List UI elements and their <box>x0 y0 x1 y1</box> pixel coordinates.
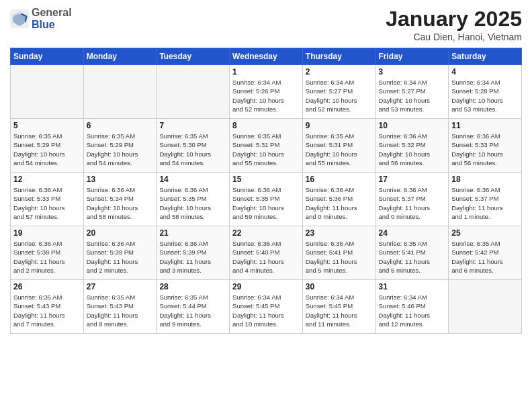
cell-info: Sunrise: 6:35 AM Sunset: 5:43 PM Dayligh… <box>13 293 81 328</box>
day-number: 16 <box>306 175 373 184</box>
calendar-header-sunday: Sunday <box>11 48 84 65</box>
day-number: 28 <box>159 282 226 291</box>
calendar-cell: 22Sunrise: 6:36 AM Sunset: 5:40 PM Dayli… <box>230 226 303 280</box>
subtitle: Cau Dien, Hanoi, Vietnam <box>386 32 522 42</box>
cell-info: Sunrise: 6:36 AM Sunset: 5:37 PM Dayligh… <box>451 185 519 221</box>
day-number: 3 <box>379 67 446 77</box>
calendar: SundayMondayTuesdayWednesdayThursdayFrid… <box>10 48 522 334</box>
calendar-cell: 21Sunrise: 6:36 AM Sunset: 5:39 PM Dayli… <box>157 226 230 280</box>
day-number: 31 <box>379 282 446 291</box>
day-number: 13 <box>87 175 154 184</box>
day-number: 10 <box>379 121 446 130</box>
calendar-week-3: 12Sunrise: 6:36 AM Sunset: 5:33 PM Dayli… <box>11 173 522 226</box>
logo-icon <box>10 9 29 28</box>
cell-info: Sunrise: 6:35 AM Sunset: 5:29 PM Dayligh… <box>13 132 81 167</box>
cell-info: Sunrise: 6:36 AM Sunset: 5:41 PM Dayligh… <box>306 239 373 275</box>
day-number: 6 <box>87 121 154 130</box>
logo-text: General Blue <box>32 7 72 30</box>
day-number: 9 <box>306 121 373 130</box>
calendar-cell <box>83 65 157 119</box>
cell-info: Sunrise: 6:35 AM Sunset: 5:43 PM Dayligh… <box>87 293 154 328</box>
cell-info: Sunrise: 6:35 AM Sunset: 5:31 PM Dayligh… <box>232 132 300 167</box>
cell-info: Sunrise: 6:36 AM Sunset: 5:33 PM Dayligh… <box>451 132 519 167</box>
day-number: 19 <box>13 228 81 238</box>
calendar-cell: 5Sunrise: 6:35 AM Sunset: 5:29 PM Daylig… <box>11 119 84 173</box>
calendar-cell: 2Sunrise: 6:34 AM Sunset: 5:27 PM Daylig… <box>302 65 375 119</box>
calendar-header-wednesday: Wednesday <box>230 48 303 65</box>
calendar-cell: 16Sunrise: 6:36 AM Sunset: 5:36 PM Dayli… <box>302 173 375 226</box>
day-number: 29 <box>232 282 300 291</box>
cell-info: Sunrise: 6:34 AM Sunset: 5:45 PM Dayligh… <box>232 293 300 328</box>
calendar-cell: 9Sunrise: 6:35 AM Sunset: 5:31 PM Daylig… <box>302 119 375 173</box>
calendar-cell: 20Sunrise: 6:36 AM Sunset: 5:39 PM Dayli… <box>83 226 157 280</box>
calendar-cell: 18Sunrise: 6:36 AM Sunset: 5:37 PM Dayli… <box>449 173 522 226</box>
calendar-week-4: 19Sunrise: 6:36 AM Sunset: 5:38 PM Dayli… <box>11 226 522 280</box>
calendar-cell: 19Sunrise: 6:36 AM Sunset: 5:38 PM Dayli… <box>11 226 84 280</box>
cell-info: Sunrise: 6:35 AM Sunset: 5:30 PM Dayligh… <box>159 132 226 167</box>
cell-info: Sunrise: 6:34 AM Sunset: 5:46 PM Dayligh… <box>379 293 446 328</box>
calendar-cell <box>449 280 522 334</box>
calendar-cell: 7Sunrise: 6:35 AM Sunset: 5:30 PM Daylig… <box>157 119 230 173</box>
cell-info: Sunrise: 6:36 AM Sunset: 5:36 PM Dayligh… <box>306 185 373 221</box>
day-number: 15 <box>232 175 300 184</box>
day-number: 25 <box>451 228 519 238</box>
day-number: 21 <box>159 228 226 238</box>
day-number: 22 <box>232 228 300 238</box>
logo: General Blue <box>10 7 72 30</box>
cell-info: Sunrise: 6:36 AM Sunset: 5:35 PM Dayligh… <box>232 185 300 221</box>
cell-info: Sunrise: 6:36 AM Sunset: 5:37 PM Dayligh… <box>379 185 446 221</box>
header: General Blue January 2025 Cau Dien, Hano… <box>10 7 522 42</box>
day-number: 17 <box>379 175 446 184</box>
calendar-cell: 8Sunrise: 6:35 AM Sunset: 5:31 PM Daylig… <box>230 119 303 173</box>
calendar-cell: 13Sunrise: 6:36 AM Sunset: 5:34 PM Dayli… <box>83 173 157 226</box>
title-block: January 2025 Cau Dien, Hanoi, Vietnam <box>386 7 522 42</box>
calendar-cell: 4Sunrise: 6:34 AM Sunset: 5:28 PM Daylig… <box>449 65 522 119</box>
day-number: 30 <box>306 282 373 291</box>
day-number: 27 <box>87 282 154 291</box>
calendar-cell: 14Sunrise: 6:36 AM Sunset: 5:35 PM Dayli… <box>157 173 230 226</box>
day-number: 12 <box>13 175 81 184</box>
day-number: 24 <box>379 228 446 238</box>
logo-blue: Blue <box>32 19 55 30</box>
calendar-cell: 25Sunrise: 6:35 AM Sunset: 5:42 PM Dayli… <box>449 226 522 280</box>
day-number: 2 <box>306 67 373 77</box>
calendar-cell: 30Sunrise: 6:34 AM Sunset: 5:45 PM Dayli… <box>302 280 375 334</box>
calendar-cell: 28Sunrise: 6:35 AM Sunset: 5:44 PM Dayli… <box>157 280 230 334</box>
calendar-cell: 1Sunrise: 6:34 AM Sunset: 5:26 PM Daylig… <box>230 65 303 119</box>
calendar-header-saturday: Saturday <box>449 48 522 65</box>
cell-info: Sunrise: 6:34 AM Sunset: 5:26 PM Dayligh… <box>232 78 300 113</box>
day-number: 26 <box>13 282 81 291</box>
calendar-cell: 27Sunrise: 6:35 AM Sunset: 5:43 PM Dayli… <box>83 280 157 334</box>
day-number: 23 <box>306 228 373 238</box>
cell-info: Sunrise: 6:34 AM Sunset: 5:27 PM Dayligh… <box>379 78 446 113</box>
calendar-cell: 3Sunrise: 6:34 AM Sunset: 5:27 PM Daylig… <box>375 65 449 119</box>
cell-info: Sunrise: 6:34 AM Sunset: 5:28 PM Dayligh… <box>451 78 519 113</box>
cell-info: Sunrise: 6:34 AM Sunset: 5:45 PM Dayligh… <box>306 293 373 328</box>
calendar-cell: 15Sunrise: 6:36 AM Sunset: 5:35 PM Dayli… <box>230 173 303 226</box>
day-number: 11 <box>451 121 519 130</box>
calendar-week-2: 5Sunrise: 6:35 AM Sunset: 5:29 PM Daylig… <box>11 119 522 173</box>
day-number: 20 <box>87 228 154 238</box>
calendar-cell <box>157 65 230 119</box>
calendar-cell: 31Sunrise: 6:34 AM Sunset: 5:46 PM Dayli… <box>375 280 449 334</box>
cell-info: Sunrise: 6:36 AM Sunset: 5:33 PM Dayligh… <box>13 185 81 221</box>
calendar-week-1: 1Sunrise: 6:34 AM Sunset: 5:26 PM Daylig… <box>11 65 522 119</box>
calendar-cell: 26Sunrise: 6:35 AM Sunset: 5:43 PM Dayli… <box>11 280 84 334</box>
cell-info: Sunrise: 6:35 AM Sunset: 5:44 PM Dayligh… <box>159 293 226 328</box>
calendar-header-friday: Friday <box>375 48 449 65</box>
cell-info: Sunrise: 6:35 AM Sunset: 5:41 PM Dayligh… <box>379 239 446 275</box>
cell-info: Sunrise: 6:36 AM Sunset: 5:39 PM Dayligh… <box>159 239 226 275</box>
page: General Blue January 2025 Cau Dien, Hano… <box>0 0 532 411</box>
cell-info: Sunrise: 6:34 AM Sunset: 5:27 PM Dayligh… <box>306 78 373 113</box>
cell-info: Sunrise: 6:35 AM Sunset: 5:29 PM Dayligh… <box>87 132 154 167</box>
day-number: 14 <box>159 175 226 184</box>
cell-info: Sunrise: 6:36 AM Sunset: 5:35 PM Dayligh… <box>159 185 226 221</box>
calendar-cell <box>11 65 84 119</box>
calendar-week-5: 26Sunrise: 6:35 AM Sunset: 5:43 PM Dayli… <box>11 280 522 334</box>
calendar-cell: 17Sunrise: 6:36 AM Sunset: 5:37 PM Dayli… <box>375 173 449 226</box>
calendar-header-thursday: Thursday <box>302 48 375 65</box>
calendar-cell: 11Sunrise: 6:36 AM Sunset: 5:33 PM Dayli… <box>449 119 522 173</box>
cell-info: Sunrise: 6:36 AM Sunset: 5:40 PM Dayligh… <box>232 239 300 275</box>
day-number: 4 <box>451 67 519 77</box>
calendar-cell: 10Sunrise: 6:36 AM Sunset: 5:32 PM Dayli… <box>375 119 449 173</box>
